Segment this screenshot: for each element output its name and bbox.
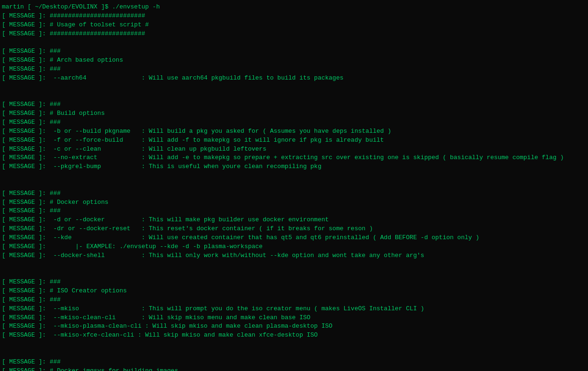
- terminal-line: [ MESSAGE ]: # ISO Creator options: [2, 287, 586, 296]
- empty-line: [2, 260, 586, 269]
- terminal-line: [ MESSAGE ]: # Usage of toolset script #: [2, 21, 586, 30]
- command-text: ./envsetup -h: [112, 3, 160, 10]
- terminal-line: [ MESSAGE ]: -d or --docker : This will …: [2, 216, 586, 225]
- terminal-line: [ MESSAGE ]: --mkiso : This will prompt …: [2, 305, 586, 314]
- terminal-line: [ MESSAGE ]: --pkgrel-bump : This is use…: [2, 162, 586, 171]
- empty-line: [2, 269, 586, 278]
- terminal-line: [ MESSAGE ]: -dr or --docker-reset : Thi…: [2, 225, 586, 234]
- terminal-line: [ MESSAGE ]: --aarch64 : Will use aarch6…: [2, 74, 586, 83]
- terminal-line: [ MESSAGE ]: ###: [2, 100, 586, 109]
- terminal-line: [ MESSAGE ]: ##########################: [2, 30, 586, 39]
- terminal-line: [ MESSAGE ]: -b or --build pkgname : Wil…: [2, 127, 586, 136]
- terminal-line: [ MESSAGE ]: -f or --force-build : Will …: [2, 136, 586, 145]
- initial-prompt: martin [ ~/Desktop/EVOLINX ]$ ./envsetup…: [2, 3, 586, 12]
- terminal-line: [ MESSAGE ]: --mkiso-xfce-clean-cli : Wi…: [2, 331, 586, 340]
- terminal-line: [ MESSAGE ]: # Docker imgsys for buildin…: [2, 367, 586, 371]
- empty-line: [2, 171, 586, 180]
- terminal-line: [ MESSAGE ]: ###: [2, 189, 586, 198]
- terminal-line: [ MESSAGE ]: # Docker options: [2, 198, 586, 207]
- terminal-output: [ MESSAGE ]: ##########################[…: [2, 12, 586, 371]
- terminal-line: [ MESSAGE ]: # Arch based options: [2, 56, 586, 65]
- terminal-line: [ MESSAGE ]: ###: [2, 296, 586, 305]
- terminal-line: [ MESSAGE ]: |- EXAMPLE: ./envsetup --kd…: [2, 242, 586, 251]
- terminal: martin [ ~/Desktop/EVOLINX ]$ ./envsetup…: [0, 0, 588, 371]
- terminal-line: [ MESSAGE ]: --mkiso-clean-cli : Will sk…: [2, 314, 586, 323]
- empty-line: [2, 340, 586, 349]
- terminal-line: [ MESSAGE ]: --mkiso-plasma-clean-cli : …: [2, 322, 586, 331]
- empty-line: [2, 83, 586, 92]
- empty-line: [2, 349, 586, 358]
- terminal-line: [ MESSAGE ]: ###: [2, 118, 586, 127]
- terminal-line: [ MESSAGE ]: ###: [2, 47, 586, 56]
- terminal-line: [ MESSAGE ]: --no-extract : Will add -e …: [2, 153, 586, 162]
- terminal-line: [ MESSAGE ]: --docker-shell : This will …: [2, 251, 586, 260]
- empty-line: [2, 91, 586, 100]
- terminal-line: [ MESSAGE ]: ##########################: [2, 12, 586, 21]
- terminal-line: [ MESSAGE ]: -c or --clean : Will clean …: [2, 145, 586, 154]
- empty-line: [2, 180, 586, 189]
- terminal-line: [ MESSAGE ]: ###: [2, 278, 586, 287]
- terminal-line: [ MESSAGE ]: ###: [2, 207, 586, 216]
- terminal-line: [ MESSAGE ]: ###: [2, 65, 586, 74]
- terminal-line: [ MESSAGE ]: ###: [2, 358, 586, 367]
- terminal-line: [ MESSAGE ]: # Build options: [2, 109, 586, 118]
- terminal-line: [ MESSAGE ]: --kde : Will use created co…: [2, 234, 586, 242]
- prompt-text: martin [ ~/Desktop/EVOLINX ]$: [2, 3, 112, 10]
- empty-line: [2, 38, 586, 47]
